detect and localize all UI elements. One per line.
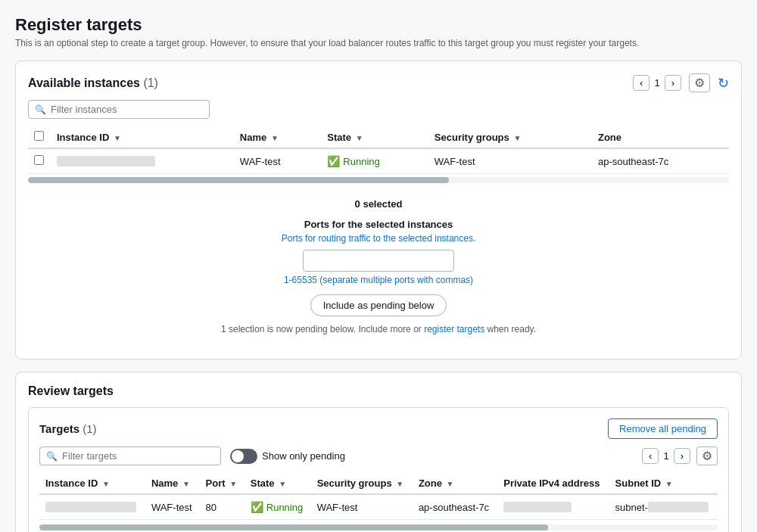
selected-count: 0 selected (40, 198, 717, 210)
toggle-switch-control[interactable] (230, 449, 257, 464)
targets-next-page-button[interactable]: › (674, 448, 690, 464)
targets-prev-page-button[interactable]: ‹ (642, 448, 659, 464)
horizontal-scrollbar[interactable] (28, 177, 729, 183)
instance-zone-cell: ap-southeast-7c (592, 148, 729, 174)
targets-col-ipv4: Private IPv4 address (497, 473, 609, 494)
instances-table: Instance ID ▼ Name ▼ State ▼ Security gr… (28, 126, 729, 174)
available-instances-card: Available instances (1) ‹ 1 › ⚙ ↻ 🔍 Inst… (15, 61, 742, 359)
col-state: State ▼ (321, 126, 428, 148)
port-hint: 1-65535 (separate multiple ports with co… (40, 275, 717, 285)
register-targets-link[interactable]: register targets (424, 324, 487, 334)
targets-filter-bar: 🔍 Show only pending ‹ 1 › ⚙ (39, 446, 718, 465)
targets-col-subnet: Subnet ID ▼ (609, 473, 718, 494)
ports-title: Ports for the selected instances (40, 219, 717, 230)
instances-search-box: 🔍 (28, 100, 210, 119)
target-id-cell (39, 494, 145, 520)
next-page-button[interactable]: › (665, 75, 681, 91)
targets-search-box: 🔍 (39, 446, 221, 465)
review-targets-card: Review targets Targets (1) Remove all pe… (15, 372, 742, 532)
prev-page-button[interactable]: ‹ (633, 75, 650, 91)
targets-count-title: Targets (1) (39, 422, 97, 435)
target-ipv4-cell (497, 494, 609, 520)
pending-message: 1 selection is now pending below. Includ… (40, 324, 717, 334)
instance-id-cell (51, 148, 234, 174)
targets-settings-icon[interactable]: ⚙ (696, 446, 718, 465)
target-name-cell: WAF-test (145, 494, 200, 520)
row-checkbox[interactable] (34, 155, 44, 165)
show-pending-toggle: Show only pending (230, 449, 345, 464)
targets-col-state: State ▼ (245, 473, 311, 494)
targets-col-zone: Zone ▼ (413, 473, 497, 494)
target-port-cell: 80 (200, 494, 245, 520)
instances-search-input[interactable] (51, 104, 203, 115)
targets-search-input[interactable] (62, 450, 214, 462)
instance-state-cell: ✅ Running (321, 148, 428, 174)
ports-section: 0 selected Ports for the selected instan… (28, 186, 729, 347)
page-title: Register targets (15, 15, 742, 35)
port-input[interactable]: 80 (303, 250, 454, 272)
targets-table: Instance ID ▼ Name ▼ Port ▼ State ▼ Secu… (39, 473, 718, 520)
running-check-icon: ✅ (327, 155, 340, 167)
select-all-header (28, 126, 51, 148)
available-instances-title: Available instances (1) (28, 76, 158, 90)
targets-pagination: ‹ 1 › (642, 448, 690, 464)
col-security-groups: Security groups ▼ (428, 126, 592, 148)
refresh-icon[interactable]: ↻ (718, 75, 729, 92)
review-targets-title: Review targets (28, 384, 729, 398)
targets-col-name: Name ▼ (145, 473, 200, 494)
search-icon: 🔍 (35, 104, 46, 115)
instance-sg-cell: WAF-test (428, 148, 592, 174)
remove-all-pending-button[interactable]: Remove all pending (608, 418, 718, 439)
show-pending-label: Show only pending (262, 450, 345, 462)
row-checkbox-cell (28, 148, 51, 174)
target-sg-cell: WAF-test (311, 494, 413, 520)
targets-col-instance-id: Instance ID ▼ (39, 473, 145, 494)
targets-col-sg: Security groups ▼ (311, 473, 413, 494)
select-all-checkbox[interactable] (34, 131, 44, 141)
target-running-icon: ✅ (251, 501, 263, 513)
instances-pagination: ‹ 1 › (633, 75, 681, 91)
page-subtitle: This is an optional step to create a tar… (15, 38, 742, 48)
instances-settings-icon[interactable]: ⚙ (689, 73, 710, 92)
target-subnet-cell: subnet- (609, 494, 718, 520)
targets-toolbar: Targets (1) Remove all pending (39, 418, 718, 439)
ports-subtitle: Ports for routing traffic to the selecte… (40, 233, 717, 244)
col-instance-id: Instance ID ▼ (51, 126, 234, 148)
target-state-cell: ✅ Running (245, 494, 311, 520)
instance-name-cell: WAF-test (234, 148, 321, 174)
target-zone-cell: ap-southeast-7c (413, 494, 497, 520)
targets-col-port: Port ▼ (200, 473, 245, 494)
instance-row: WAF-test ✅ Running WAF-test ap-southeast… (28, 148, 729, 174)
target-row: WAF-test 80 ✅ Running WAF-test ap-southe… (39, 494, 718, 520)
col-zone: Zone (592, 126, 729, 148)
include-pending-button[interactable]: Include as pending below (310, 294, 447, 316)
targets-search-icon: 🔍 (46, 451, 58, 462)
targets-horizontal-scrollbar[interactable] (39, 524, 718, 530)
col-name: Name ▼ (234, 126, 321, 148)
